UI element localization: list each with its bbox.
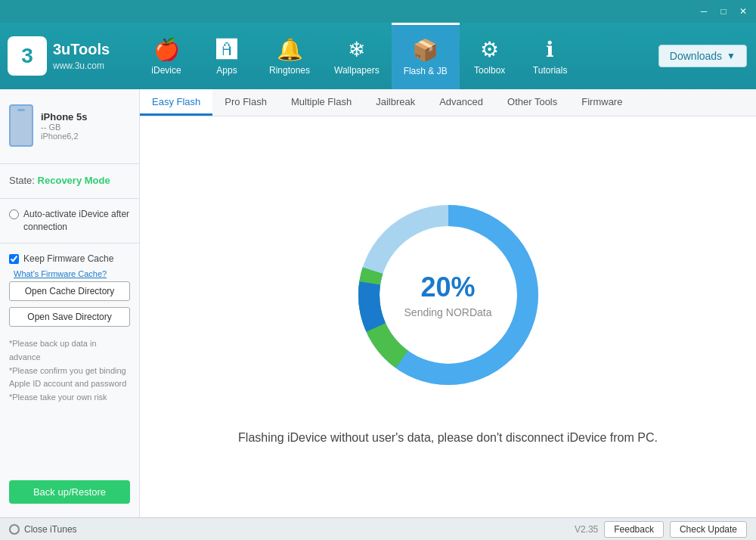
divider-3 xyxy=(0,243,139,244)
tab-easy-flash[interactable]: Easy Flash xyxy=(140,89,212,116)
divider-2 xyxy=(0,198,139,199)
device-icon xyxy=(9,104,33,147)
nav-item-ringtones[interactable]: 🔔 Ringtones xyxy=(257,23,322,89)
progress-percent: 20% xyxy=(404,272,492,303)
toolbox-icon: ⚙ xyxy=(480,37,499,62)
check-update-button[interactable]: Check Update xyxy=(670,521,747,538)
sub-tabs: Easy FlashPro FlashMultiple FlashJailbre… xyxy=(140,89,756,116)
firmware-cache-link[interactable]: What's Firmware Cache? xyxy=(14,269,139,278)
flash-message: Flashing iDevice without user's data, pl… xyxy=(238,431,658,445)
wallpapers-icon: ❄ xyxy=(348,37,365,62)
apps-label: Apps xyxy=(216,65,237,76)
tab-jailbreak[interactable]: Jailbreak xyxy=(364,89,427,116)
ringtones-label: Ringtones xyxy=(269,65,310,76)
tab-advanced[interactable]: Advanced xyxy=(427,89,495,116)
downloads-button[interactable]: Downloads ▼ xyxy=(658,45,747,67)
itunes-label: Close iTunes xyxy=(24,524,77,535)
state-value: Recovery Mode xyxy=(38,175,110,186)
tab-pro-flash[interactable]: Pro Flash xyxy=(212,89,279,116)
title-bar: ─ □ ✕ xyxy=(0,0,756,23)
downloads-arrow-icon: ▼ xyxy=(727,51,736,61)
divider-1 xyxy=(0,163,139,164)
state-label: State: xyxy=(9,175,35,186)
bottom-bar: Close iTunes V2.35 Feedback Check Update xyxy=(0,517,756,540)
keep-firmware-label: Keep Firmware Cache xyxy=(23,253,113,265)
sidebar-note: *Please take your own risk xyxy=(9,391,130,405)
maximize-button[interactable]: □ xyxy=(714,2,733,21)
flash-jb-label: Flash & JB xyxy=(404,66,448,76)
auto-activate-radio[interactable] xyxy=(9,209,19,219)
close-button[interactable]: ✕ xyxy=(733,2,753,21)
state-row: State: Recovery Mode xyxy=(0,167,139,194)
logo-icon: 3 xyxy=(8,36,47,76)
device-storage: -- GB xyxy=(41,123,87,132)
toolbox-label: Toolbox xyxy=(474,65,505,76)
device-name: iPhone 5s xyxy=(41,111,87,123)
downloads-label: Downloads xyxy=(670,50,722,62)
bottom-right: V2.35 Feedback Check Update xyxy=(575,521,747,538)
tab-other-tools[interactable]: Other Tools xyxy=(495,89,569,116)
feedback-button[interactable]: Feedback xyxy=(604,521,664,538)
nav-item-tutorials[interactable]: ℹ Tutorials xyxy=(520,23,581,89)
flash-jb-icon: 📦 xyxy=(412,38,438,63)
tab-firmware[interactable]: Firmware xyxy=(569,89,634,116)
sidebar-note: *Please confirm you get binding Apple ID… xyxy=(9,365,130,391)
auto-activate-label: Auto-activate iDevice after connection xyxy=(23,208,130,234)
app-name: 3uTools xyxy=(53,41,110,58)
nav-item-wallpapers[interactable]: ❄ Wallpapers xyxy=(322,23,392,89)
nav-item-flash-jb[interactable]: 📦 Flash & JB xyxy=(392,23,460,89)
idevice-icon: 🍎 xyxy=(153,37,180,62)
tutorials-icon: ℹ xyxy=(546,37,554,62)
device-info: iPhone 5s -- GB iPhone6,2 xyxy=(0,97,139,154)
keep-firmware-checkbox[interactable] xyxy=(9,254,19,264)
keep-firmware-option: Keep Firmware Cache xyxy=(0,248,139,270)
itunes-circle-icon xyxy=(9,524,20,535)
auto-activate-option: Auto-activate iDevice after connection xyxy=(0,203,139,238)
sidebar-note: *Please back up data in advance xyxy=(9,337,130,364)
nav-item-idevice[interactable]: 🍎 iDevice xyxy=(136,23,197,89)
apps-icon: 🅰 xyxy=(216,37,237,62)
open-cache-directory-button[interactable]: Open Cache Directory xyxy=(9,281,130,301)
main-layout: iPhone 5s -- GB iPhone6,2 State: Recover… xyxy=(0,89,756,517)
content-area: Easy FlashPro FlashMultiple FlashJailbre… xyxy=(140,89,756,517)
logo-text: 3uTools www.3u.com xyxy=(53,41,110,72)
backup-restore-button[interactable]: Back up/Restore xyxy=(9,480,130,504)
header: 3 3uTools www.3u.com 🍎 iDevice 🅰 Apps 🔔 … xyxy=(0,23,756,89)
progress-donut: 20% Sending NORData xyxy=(342,189,554,401)
wallpapers-label: Wallpapers xyxy=(334,65,380,76)
tab-multiple-flash[interactable]: Multiple Flash xyxy=(279,89,364,116)
sidebar: iPhone 5s -- GB iPhone6,2 State: Recover… xyxy=(0,89,140,517)
itunes-row: Close iTunes xyxy=(9,524,575,535)
open-save-directory-button[interactable]: Open Save Directory xyxy=(9,307,130,327)
idevice-label: iDevice xyxy=(151,65,181,76)
nav-item-toolbox[interactable]: ⚙ Toolbox xyxy=(460,23,520,89)
sidebar-notes: *Please back up data in advance*Please c… xyxy=(0,330,139,474)
progress-status: Sending NORData xyxy=(404,306,492,318)
version-label: V2.35 xyxy=(575,524,598,535)
donut-center: 20% Sending NORData xyxy=(404,272,492,318)
ringtones-icon: 🔔 xyxy=(277,37,303,62)
nav-items: 🍎 iDevice 🅰 Apps 🔔 Ringtones ❄ Wallpaper… xyxy=(136,23,649,89)
tutorials-label: Tutorials xyxy=(533,65,568,76)
minimize-button[interactable]: ─ xyxy=(694,2,714,21)
flash-content: 20% Sending NORData Flashing iDevice wit… xyxy=(140,116,756,517)
device-details: iPhone 5s -- GB iPhone6,2 xyxy=(41,111,87,141)
device-model: iPhone6,2 xyxy=(41,132,87,141)
app-url: www.3u.com xyxy=(53,61,104,71)
nav-item-apps[interactable]: 🅰 Apps xyxy=(197,23,257,89)
logo-area: 3 3uTools www.3u.com xyxy=(0,23,136,89)
